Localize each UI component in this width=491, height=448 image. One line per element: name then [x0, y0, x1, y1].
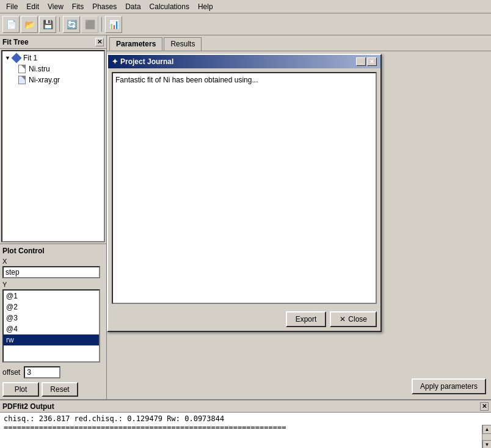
journal-text[interactable]: Fantastic fit of Ni has been obtained us… [112, 72, 377, 304]
close-icon: ✕ [340, 315, 346, 323]
dialog-titlebar-left: ✦ Project Journal [112, 57, 173, 66]
scroll-up-button[interactable]: ▲ [482, 425, 491, 434]
dialog-footer: Export ✕ Close [108, 308, 380, 331]
project-journal-dialog: ✦ Project Journal _ ✕ Fantastic fit of N… [107, 54, 382, 332]
dialog-minimize-button[interactable]: _ [356, 57, 366, 66]
dialog-titlebar-icons: _ ✕ [356, 57, 377, 66]
save-button[interactable]: 💾 [39, 16, 56, 33]
scroll-down-button[interactable]: ▼ [482, 440, 491, 448]
output-title-label: PDFfit2 Output [2, 402, 54, 411]
output-scrollbar: ▲ ▼ [482, 425, 491, 448]
output-close-button[interactable]: ✕ [480, 402, 489, 411]
dialog-close-button[interactable]: ✕ [367, 57, 377, 66]
menubar: File Edit View Fits Phases Data Calculat… [0, 0, 491, 13]
menu-view[interactable]: View [44, 1, 67, 12]
toolbar-separator-2 [101, 17, 102, 32]
modal-overlay: ✦ Project Journal _ ✕ Fantastic fit of N… [0, 35, 491, 399]
dialog-title: Project Journal [120, 57, 173, 66]
export-button[interactable]: Export [286, 311, 327, 327]
run-button[interactable]: 📊 [105, 16, 122, 33]
scroll-track [482, 434, 491, 440]
refresh-button[interactable]: 🔄 [63, 16, 80, 33]
open-button[interactable]: 📂 [21, 16, 38, 33]
close-dialog-button[interactable]: ✕ Close [330, 311, 377, 327]
stop-button[interactable]: ⬛ [81, 16, 98, 33]
output-panel: PDFfit2 Output ✕ chisq.: 236.817 red.chi… [0, 399, 491, 448]
menu-calculations[interactable]: Calculations [146, 1, 193, 12]
main-layout: Fit Tree ✕ ▼ Fit 1 Ni.stru Ni [0, 35, 491, 399]
menu-data[interactable]: Data [122, 1, 144, 12]
menu-file[interactable]: File [2, 1, 21, 12]
output-content: chisq.: 236.817 red.chisq.: 0.129479 Rw:… [0, 413, 491, 440]
menu-phases[interactable]: Phases [89, 1, 120, 12]
output-line-1: chisq.: 236.817 red.chisq.: 0.129479 Rw:… [4, 414, 487, 423]
dialog-content: Fantastic fit of Ni has been obtained us… [108, 68, 380, 308]
close-label: Close [348, 315, 367, 323]
menu-fits[interactable]: Fits [68, 1, 87, 12]
dialog-titlebar: ✦ Project Journal _ ✕ [108, 55, 380, 68]
new-button[interactable]: 📄 [2, 16, 20, 33]
output-line-2: ========================================… [4, 423, 487, 432]
toolbar: 📄 📂 💾 🔄 ⬛ 📊 [0, 13, 491, 35]
menu-edit[interactable]: Edit [23, 1, 43, 12]
output-title: PDFfit2 Output ✕ [0, 400, 491, 413]
toolbar-separator-1 [59, 17, 60, 32]
menu-help[interactable]: Help [194, 1, 217, 12]
